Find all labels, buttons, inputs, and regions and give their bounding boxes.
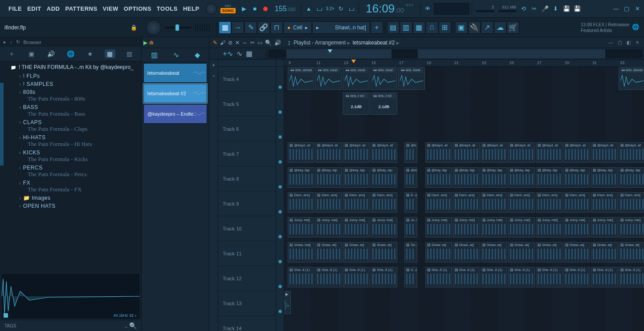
tree-item[interactable]: 808s xyxy=(19,89,141,95)
picker-audio-icon[interactable]: ∿ xyxy=(173,51,179,59)
pattern-clip[interactable]: ▤ @kayd..at xyxy=(619,142,644,163)
gain-clip[interactable]: ▸▸ lets..t #22.1dB xyxy=(371,93,397,115)
pattern-clip[interactable]: ▤ Juicy..hat] xyxy=(371,217,397,238)
window-minimize[interactable]: — xyxy=(611,4,621,14)
piano-icon[interactable]: ▥ xyxy=(124,49,135,58)
pattern-clip[interactable]: ▤ @kayd..at xyxy=(591,142,618,163)
paint-tool-icon[interactable]: 🖌 xyxy=(219,40,226,46)
pattern-clip[interactable]: ▤ Sh..t] xyxy=(404,242,417,262)
pattern-clip[interactable]: ▤ @k.. xyxy=(404,142,417,163)
record-button[interactable] xyxy=(261,4,270,14)
draw-tool-icon[interactable]: ✎ xyxy=(212,40,218,46)
tree-item[interactable]: ! FLPs xyxy=(19,73,141,79)
track-enable-dot[interactable] xyxy=(278,85,282,89)
pattern-clip[interactable]: ▤ Sha..8 (1) xyxy=(508,267,535,287)
star-icon[interactable]: ★ xyxy=(85,49,96,58)
pattern-clip[interactable]: ▤ @kay..lap xyxy=(453,167,480,188)
stepseq-icon[interactable]: ▥ xyxy=(400,21,412,34)
pattern-clip[interactable]: ▤ @kay..lap xyxy=(591,167,618,188)
track-label[interactable]: Track 14 xyxy=(218,316,276,331)
pattern-clip[interactable]: ▤ Shaw..at] xyxy=(536,242,562,262)
grid-row[interactable]: ▤ Dam..are]▤ Dam..are]▤ Dam..are]▤ Dam..… xyxy=(284,191,644,216)
playback-tool-icon[interactable]: 🔊 xyxy=(273,40,282,46)
browser-refresh-icon[interactable]: ↻ xyxy=(16,39,20,45)
grid-row[interactable]: ▤ Shaw..hat]▤ Shaw..at]▤ Shaw..at]▤ Shaw… xyxy=(284,241,644,266)
pattern-clip[interactable]: ▤ Juicy..hat] xyxy=(453,217,480,238)
pl-minimize[interactable]: — xyxy=(607,40,615,46)
pattern-clip[interactable]: ▤ @kay..lap xyxy=(425,167,452,188)
pattern-clip[interactable]: ▤ Juicy..hat] xyxy=(315,217,342,238)
tree-item[interactable]: CLAPS xyxy=(19,119,141,125)
pattern-item[interactable]: letsmakeabeat xyxy=(143,63,207,83)
audio-clip[interactable]: ▸▸ lets..abeat xyxy=(288,67,314,90)
browser-db-icon[interactable]: ▣ xyxy=(455,21,468,34)
mute-tool-icon[interactable]: ✕ xyxy=(234,40,240,46)
gain-clip[interactable]: ▸▸ lets..t #22.1dB xyxy=(343,93,370,115)
arrangement-grid[interactable]: 9111315171921232527293133353739414345474… xyxy=(284,60,644,331)
pattern-clip[interactable]: ▤ Shaw..at] xyxy=(563,242,590,262)
lock-icon[interactable]: 🔒 xyxy=(130,24,137,31)
track-label[interactable]: Track 10 xyxy=(218,216,276,241)
slip-tool-icon[interactable]: ↔ xyxy=(241,40,249,46)
pattern-clip[interactable]: ▤ Sha..8 (1) xyxy=(563,267,590,287)
tree-open-hats[interactable]: OPEN HATS xyxy=(19,203,141,209)
plugin-icon[interactable]: 🔌 xyxy=(468,21,481,34)
preview-waveform[interactable]: 44.1kHz 32 ♪ xyxy=(2,274,139,319)
pattern-clip[interactable]: ▤ @kayd..at xyxy=(481,142,507,163)
pattern-clip[interactable]: ▤ Dam..are] xyxy=(425,192,452,213)
pattern-clip[interactable]: ▤ Juicy..hat] xyxy=(481,217,507,238)
menu-options[interactable]: OPTIONS xyxy=(122,4,154,14)
pattern-clip[interactable]: ▤ Juicy..hat] xyxy=(425,217,452,238)
pattern-clip[interactable]: ▤ @kayd..at xyxy=(315,142,342,163)
track-enable-dot[interactable] xyxy=(278,185,282,189)
overdub-icon[interactable]: ↻ xyxy=(336,4,346,14)
master-pitch-knob[interactable] xyxy=(146,20,161,35)
pattern-clip[interactable]: ▤ Sha..8 (1) xyxy=(315,267,342,287)
playlist-view-button[interactable]: ▦ xyxy=(219,21,231,34)
pattern-clip[interactable]: ▤ @kay..p xyxy=(404,167,417,188)
pattern-clip[interactable]: ▤ Shaw..hat] xyxy=(288,242,314,262)
grid-row[interactable]: ▸▸ lets..t #22.1dB▸▸ lets..t #22.1dB▸▸ l… xyxy=(284,92,644,117)
grid-row[interactable]: ▤ @kay..lap▤ @kay..lap▤ @kay..lap▤ @kay.… xyxy=(284,166,644,191)
stop-button[interactable]: ■ xyxy=(250,4,260,14)
pattern-clip[interactable]: ▤ Shaw..at] xyxy=(453,242,480,262)
pattern-clip[interactable]: ▤ Juicy..hat] xyxy=(619,217,644,238)
grid-row[interactable] xyxy=(284,117,644,141)
track-options-icon[interactable]: ⌄ xyxy=(210,71,217,78)
pattern-clip[interactable]: ▤ @kay..lap xyxy=(371,167,397,188)
tag-dropdown-icon[interactable]: ⌄ xyxy=(124,324,128,329)
picker-auto-icon[interactable]: ◆ xyxy=(195,51,200,59)
arrangement-overview[interactable] xyxy=(268,49,643,58)
tree-item[interactable]: FX xyxy=(19,180,141,186)
track-enable-dot[interactable] xyxy=(278,135,282,139)
grid-row[interactable] xyxy=(284,316,644,331)
pattern-clip[interactable]: ▤ Dam..are] xyxy=(343,192,370,213)
sample-select[interactable]: ▸ Shawt..n hat] xyxy=(312,21,370,34)
grid-row[interactable]: ▤ @kayd..at▤ @kayd..at▤ @kayd..at▤ @kayd… xyxy=(284,141,644,166)
undo-icon[interactable]: ⟲ xyxy=(519,4,529,14)
menu-help[interactable]: HELP xyxy=(181,4,202,14)
pattern-clip[interactable]: ▤ S..1) xyxy=(404,267,417,287)
track-label[interactable]: Track 13 xyxy=(218,291,276,316)
delete-tool-icon[interactable]: ⊘ xyxy=(227,40,233,46)
globe-icon[interactable]: 🌐 xyxy=(631,23,640,32)
track-enable-dot[interactable] xyxy=(278,160,282,164)
pattern-clip[interactable]: ▤ Dam..are] xyxy=(315,192,342,213)
pattern-clip[interactable]: ▤ @kayd..at xyxy=(425,142,452,163)
song-position[interactable]: 16:09:00B:S:T xyxy=(361,2,418,16)
tree-item[interactable]: ! SAMPLES xyxy=(19,81,141,87)
tree-item[interactable]: KICKS xyxy=(19,149,141,156)
pattern-clip[interactable]: ▤ Dam..are] xyxy=(371,192,397,213)
pattern-clip[interactable]: ▤ Dam..are] xyxy=(591,192,618,213)
add-track-icon[interactable]: + xyxy=(371,21,383,34)
menu-patterns[interactable]: PATTERNS xyxy=(63,4,99,14)
pattern-clip[interactable]: ▤ Shaw..at] xyxy=(508,242,535,262)
magnet-icon[interactable]: ⋒ xyxy=(149,40,154,46)
pl-detach[interactable]: ◧ xyxy=(624,40,632,46)
window-close[interactable]: ✕ xyxy=(632,4,642,14)
track-label[interactable]: Track 5 xyxy=(218,92,276,117)
pattern-clip[interactable]: ▤ D..e] xyxy=(404,192,417,213)
grid-row[interactable]: ▤ Sha..8 (1)▤ Sha..8 (1)▤ Sha..8 (1)▤ Sh… xyxy=(284,266,644,291)
mic-icon[interactable]: 🎤 xyxy=(540,4,550,14)
pattern-clip[interactable]: ▤ Juicy..hat] xyxy=(288,217,314,238)
